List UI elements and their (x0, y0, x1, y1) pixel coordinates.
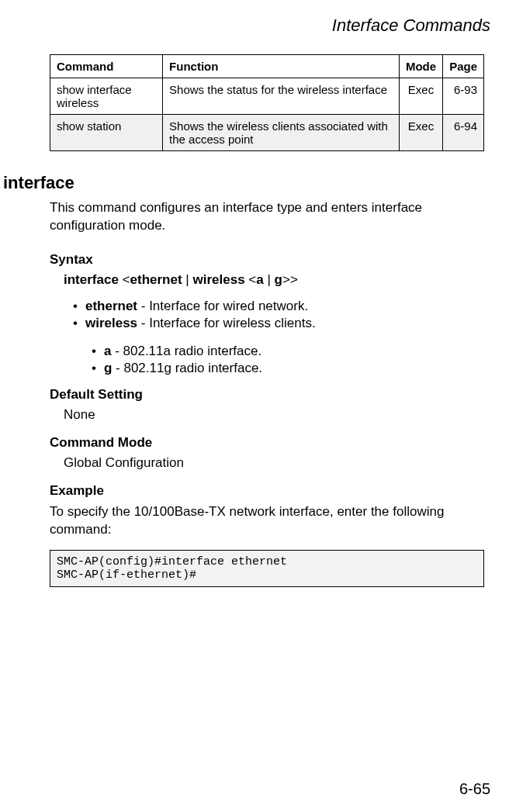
command-mode-label: Command Mode (50, 435, 484, 451)
cell-function: Shows the wireless clients associated wi… (163, 115, 400, 151)
example-label: Example (50, 483, 484, 499)
syntax-label: Syntax (50, 252, 484, 268)
syntax-kw-a: a (256, 272, 263, 287)
col-command: Command (50, 55, 163, 78)
cell-mode: Exec (399, 78, 442, 115)
syntax-gt: >> (282, 272, 298, 287)
syntax-pipe2: | (264, 272, 275, 287)
param-name: ethernet (85, 299, 137, 313)
example-code-block: SMC-AP(config)#interface ethernet SMC-AP… (50, 550, 484, 587)
section-body: This command configures an interface typ… (50, 199, 484, 587)
table-row: show interface wireless Shows the status… (50, 78, 484, 115)
command-table: Command Function Mode Page show interfac… (50, 54, 484, 151)
table-row: show station Shows the wireless clients … (50, 115, 484, 151)
document-page: Interface Commands Command Function Mode… (0, 0, 509, 812)
list-item: ethernet - Interface for wired network. (73, 299, 484, 314)
syntax-kw-wireless: wireless (193, 272, 245, 287)
param-name: a (104, 344, 111, 358)
example-description: To specify the 10/100Base-TX network int… (50, 503, 484, 539)
syntax-kw-ethernet: ethernet (130, 272, 182, 287)
param-desc: - 802.11g radio interface. (112, 361, 262, 375)
list-item: g - 802.11g radio interface. (92, 361, 484, 376)
param-desc: - 802.11a radio interface. (111, 344, 261, 358)
syntax-pipe1: | (182, 272, 193, 287)
syntax-kw-g: g (275, 272, 282, 287)
param-sublist: a - 802.11a radio interface. g - 802.11g… (92, 344, 484, 376)
list-item: a - 802.11a radio interface. (92, 344, 484, 359)
syntax-lt1: < (123, 272, 130, 287)
syntax-line: interface <ethernet | wireless <a | g>> (64, 272, 484, 288)
list-item: wireless - Interface for wireless client… (73, 316, 484, 331)
page-number: 6-65 (459, 780, 490, 798)
param-list: ethernet - Interface for wired network. … (73, 299, 484, 331)
col-page: Page (443, 55, 484, 78)
param-desc: - Interface for wireless clients. (137, 316, 316, 330)
param-name: wireless (85, 316, 137, 330)
col-function: Function (163, 55, 400, 78)
param-desc: - Interface for wired network. (137, 299, 308, 313)
col-mode: Mode (399, 55, 442, 78)
cell-page: 6-94 (443, 115, 484, 151)
page-header-title: Interface Commands (0, 16, 490, 36)
section-description: This command configures an interface typ… (50, 199, 484, 235)
default-setting-value: None (64, 407, 484, 423)
cell-command: show interface wireless (50, 78, 163, 115)
default-setting-label: Default Setting (50, 387, 484, 403)
cell-function: Shows the status for the wireless interf… (163, 78, 400, 115)
section-heading: interface (3, 173, 490, 193)
cell-command: show station (50, 115, 163, 151)
command-mode-value: Global Configuration (64, 455, 484, 471)
syntax-lt2: < (245, 272, 257, 287)
syntax-kw-interface: interface (64, 272, 119, 287)
table-header-row: Command Function Mode Page (50, 55, 484, 78)
cell-mode: Exec (399, 115, 442, 151)
param-name: g (104, 361, 112, 375)
cell-page: 6-93 (443, 78, 484, 115)
